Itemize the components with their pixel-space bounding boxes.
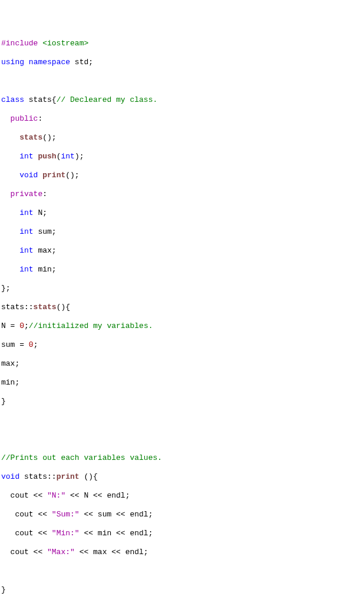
code-line: };: [1, 284, 363, 293]
code-token: int: [19, 246, 33, 255]
code-token: [1, 190, 11, 198]
code-line: public:: [1, 114, 363, 124]
code-token: sum =: [1, 340, 29, 349]
code-token: }: [1, 397, 6, 406]
code-token: N =: [1, 322, 19, 330]
code-token: }: [1, 585, 6, 594]
code-token: [1, 114, 11, 123]
code-token: max;: [34, 246, 57, 255]
code-line: stats::stats(){: [1, 303, 363, 312]
code-token: [1, 265, 19, 274]
code-token: stats::: [1, 303, 34, 312]
code-token: [1, 246, 19, 255]
code-line: class stats{// Decleared my class.: [1, 95, 363, 105]
code-token: [1, 152, 19, 161]
code-line: [1, 566, 363, 576]
code-line: void stats::print (){: [1, 472, 363, 482]
code-token: "Max:": [47, 548, 75, 556]
code-token: sum;: [34, 227, 57, 236]
code-line: max;: [1, 359, 363, 369]
code-token: //Prints out each variables values.: [1, 453, 162, 462]
code-token: private: [11, 190, 43, 198]
code-line: using namespace std;: [1, 58, 363, 67]
code-token: 0: [29, 340, 34, 349]
code-token: int: [19, 227, 33, 236]
code-token: << max << endl;: [75, 548, 148, 556]
code-line: int max;: [1, 246, 363, 256]
code-token: (){: [84, 472, 97, 481]
code-line: [1, 77, 363, 86]
code-token: );: [75, 152, 84, 161]
code-token: 0: [19, 322, 24, 330]
code-token: (){: [57, 303, 70, 312]
code-token: std;: [70, 58, 93, 67]
code-token: cout <<: [1, 529, 52, 538]
code-line: private:: [1, 190, 363, 199]
code-token: ();: [65, 171, 79, 180]
code-token: "N:": [47, 491, 65, 500]
code-token: ;: [34, 340, 38, 349]
code-token: ;: [24, 322, 29, 330]
code-token: N;: [34, 208, 47, 217]
code-token: class: [1, 95, 24, 104]
code-token: print: [57, 472, 80, 481]
code-token: [1, 171, 19, 180]
code-line: stats();: [1, 133, 363, 143]
code-token: void: [19, 171, 38, 180]
code-token: cout <<: [1, 548, 47, 556]
code-token: min;: [34, 265, 57, 274]
code-token: void: [1, 472, 19, 481]
code-line: }: [1, 397, 363, 406]
code-line: cout << "Min:" << min << endl;: [1, 529, 363, 538]
code-line: sum = 0;: [1, 340, 363, 350]
code-token: };: [1, 284, 11, 293]
code-token: << sum << endl;: [80, 510, 153, 519]
code-token: <iostream>: [42, 39, 88, 48]
code-token: [1, 133, 19, 142]
code-token: :: [42, 190, 47, 198]
code-token: ();: [42, 133, 56, 142]
code-line: void print();: [1, 171, 363, 180]
code-token: int: [19, 265, 33, 274]
code-token: << min << endl;: [80, 529, 153, 538]
code-token: stats{: [24, 95, 57, 104]
code-token: max;: [1, 359, 19, 368]
code-token: :: [38, 114, 42, 123]
code-line: }: [1, 585, 363, 595]
code-line: int push(int);: [1, 152, 363, 161]
code-token: // Decleared my class.: [57, 95, 158, 104]
code-line: cout << "N:" << N << endl;: [1, 491, 363, 501]
code-token: "Min:": [52, 529, 80, 538]
code-token: int: [61, 152, 74, 161]
code-line: N = 0;//initialized my variables.: [1, 322, 363, 331]
code-token: stats::: [19, 472, 56, 481]
code-line: int N;: [1, 208, 363, 218]
code-token: << N << endl;: [65, 491, 130, 500]
code-line: min;: [1, 378, 363, 387]
code-token: int: [19, 208, 33, 217]
code-token: #include: [1, 39, 42, 48]
code-line: int min;: [1, 265, 363, 274]
code-block: #include <iostream> using namespace std;…: [1, 39, 363, 603]
code-token: stats: [34, 303, 57, 312]
code-line: cout << "Max:" << max << endl;: [1, 548, 363, 557]
code-token: print: [42, 171, 65, 180]
code-line: cout << "Sum:" << sum << endl;: [1, 510, 363, 519]
code-line: //Prints out each variables values.: [1, 453, 363, 463]
code-token: min;: [1, 378, 19, 387]
code-token: public: [11, 114, 38, 123]
code-token: cout <<: [1, 510, 52, 519]
code-line: int sum;: [1, 227, 363, 237]
code-token: using: [1, 58, 24, 67]
code-token: //initialized my variables.: [29, 322, 153, 330]
code-line: [1, 435, 363, 444]
code-token: push: [38, 152, 56, 161]
code-token: namespace: [29, 58, 70, 67]
code-line: #include <iostream>: [1, 39, 363, 48]
code-token: cout <<: [1, 491, 47, 500]
code-token: [24, 58, 29, 67]
code-token: [1, 208, 19, 217]
code-token: "Sum:": [52, 510, 80, 519]
code-token: [1, 227, 19, 236]
code-token: int: [19, 152, 33, 161]
